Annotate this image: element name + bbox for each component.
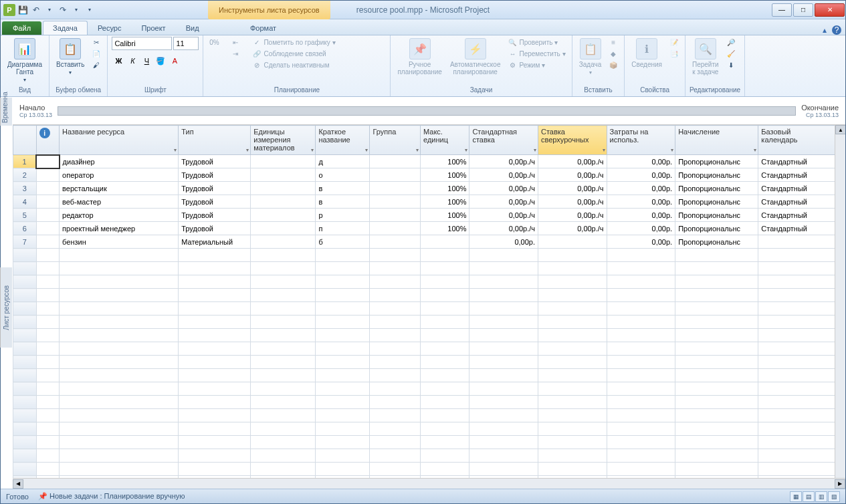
fill-button[interactable]: ⬇	[724, 59, 738, 70]
table-row[interactable]: 5редакторТрудовойр100%0,00р./ч0,00р./ч0,…	[13, 209, 845, 222]
cell-ovt_rate[interactable]: 0,00р./ч	[538, 168, 607, 182]
col-header-group[interactable]: Группа▾	[370, 126, 421, 155]
filter-icon[interactable]: ▾	[246, 147, 249, 153]
cell-calendar[interactable]: Стандартный	[758, 168, 845, 182]
view-gantt-button[interactable]: ▦	[790, 491, 802, 502]
table-row[interactable]: 1диазйнерТрудовойд100%0,00р./ч0,00р./ч0,…	[13, 155, 845, 168]
tab-format[interactable]: Формат	[240, 21, 286, 35]
format-painter-button[interactable]: 🖌	[90, 59, 103, 70]
cell-unit_meas[interactable]	[251, 182, 316, 195]
cell-info[interactable]	[36, 209, 60, 222]
row-number[interactable]: 5	[13, 209, 37, 222]
cell-max[interactable]: 100%	[421, 222, 469, 235]
cell-accrue[interactable]: Пропорциональнс	[675, 222, 758, 235]
tab-задача[interactable]: Задача	[43, 21, 88, 35]
filter-icon[interactable]: ▾	[465, 147, 467, 153]
gantt-chart-button[interactable]: 📊 Диаграмма Ганта ▾	[5, 37, 45, 84]
file-tab[interactable]: Файл	[2, 21, 41, 35]
vertical-scrollbar[interactable]: ▲	[835, 125, 845, 478]
pct-0-button[interactable]: 0%	[207, 37, 221, 47]
table-row-empty[interactable]	[13, 449, 845, 463]
col-header-max[interactable]: Макс. единиц▾	[421, 126, 469, 155]
cell-name[interactable]: диазйнер	[60, 155, 179, 168]
cell-unit_meas[interactable]	[251, 209, 316, 222]
cell-type[interactable]: Материальный	[179, 235, 251, 249]
row-number[interactable]: 2	[13, 168, 37, 182]
filter-icon[interactable]: ▾	[365, 147, 368, 153]
cell-info[interactable]	[36, 222, 60, 235]
timeline-track[interactable]	[58, 106, 796, 116]
cell-unit_meas[interactable]	[251, 195, 316, 209]
scroll-to-task-button[interactable]: 🔍 Перейти к задаче	[690, 37, 722, 77]
app-logo-icon[interactable]: P	[3, 4, 15, 16]
filter-icon[interactable]: ▾	[754, 147, 756, 153]
cell-max[interactable]: 100%	[421, 155, 469, 168]
cell-short[interactable]: в	[316, 195, 370, 209]
view-team-button[interactable]: ▥	[815, 491, 827, 502]
cell-type[interactable]: Трудовой	[179, 195, 251, 209]
cell-accrue[interactable]: Пропорциональнс	[675, 168, 758, 182]
maximize-button[interactable]: □	[793, 3, 813, 17]
cell-info[interactable]	[36, 235, 60, 249]
cell-ovt_rate[interactable]: 0,00р./ч	[538, 155, 607, 168]
cell-name[interactable]: редактор	[60, 209, 179, 222]
cell-info[interactable]	[36, 155, 60, 168]
table-row-empty[interactable]	[13, 302, 845, 316]
cell-accrue[interactable]: Пропорциональнс	[675, 195, 758, 209]
col-header-cost_use[interactable]: Затраты на использ.▾	[607, 126, 675, 155]
respect-links-button[interactable]: 🔗Соблюдение связей	[250, 48, 337, 59]
task-button[interactable]: 📋 Задача ▾	[576, 37, 605, 77]
table-row[interactable]: 2операторТрудовойо100%0,00р./ч0,00р./ч0,…	[13, 168, 845, 182]
tab-ресурс[interactable]: Ресурс	[88, 21, 131, 35]
cell-ovt_rate[interactable]: 0,00р./ч	[538, 182, 607, 195]
table-row-empty[interactable]	[13, 463, 845, 476]
row-number[interactable]: 1	[13, 155, 37, 168]
cell-accrue[interactable]: Пропорциональнс	[675, 155, 758, 168]
cell-group[interactable]	[370, 235, 421, 249]
cell-name[interactable]: проектный менеджер	[60, 222, 179, 235]
undo-dropdown-icon[interactable]: ▾	[43, 4, 56, 16]
minimize-ribbon-icon[interactable]: ▴	[820, 25, 829, 35]
table-row-empty[interactable]	[13, 409, 845, 422]
cell-info[interactable]	[36, 195, 60, 209]
summary-button[interactable]: ≡	[607, 37, 620, 47]
cell-cost_use[interactable]: 0,00р.	[607, 209, 675, 222]
cell-accrue[interactable]: Пропорциональнс	[675, 209, 758, 222]
table-row-empty[interactable]	[13, 369, 845, 382]
cell-std_rate[interactable]: 0,00р./ч	[469, 168, 538, 182]
font-name-combo[interactable]	[112, 37, 172, 50]
scroll-up-icon[interactable]: ▲	[835, 125, 845, 134]
table-row[interactable]: 3верстальщикТрудовойв100%0,00р./ч0,00р./…	[13, 182, 845, 195]
cell-short[interactable]: о	[316, 168, 370, 182]
col-header-type[interactable]: Тип▾	[179, 126, 251, 155]
cell-calendar[interactable]: Стандартный	[758, 182, 845, 195]
close-button[interactable]: ✕	[815, 3, 845, 17]
table-row-empty[interactable]	[13, 342, 845, 356]
cell-type[interactable]: Трудовой	[179, 209, 251, 222]
inspect-button[interactable]: 🔍Проверить ▾	[506, 37, 567, 47]
filter-icon[interactable]: ▾	[174, 147, 177, 153]
col-header-info[interactable]: i	[36, 126, 60, 155]
cell-type[interactable]: Трудовой	[179, 168, 251, 182]
cell-group[interactable]	[370, 168, 421, 182]
view-usage-button[interactable]: ▤	[803, 491, 815, 502]
mark-on-track-button[interactable]: ✓Пометить по графику ▾	[250, 37, 337, 47]
cell-name[interactable]: бензин	[60, 235, 179, 249]
table-row-empty[interactable]	[13, 249, 845, 262]
col-header-std_rate[interactable]: Стандартная ставка▾	[469, 126, 538, 155]
table-row-empty[interactable]	[13, 329, 845, 342]
table-row[interactable]: 4веб-мастерТрудовойв100%0,00р./ч0,00р./ч…	[13, 195, 845, 209]
cell-info[interactable]	[36, 182, 60, 195]
cell-calendar[interactable]: Стандартный	[758, 209, 845, 222]
cell-group[interactable]	[370, 209, 421, 222]
find-button[interactable]: 🔎	[724, 37, 738, 47]
indent-button[interactable]: ⇥	[229, 48, 242, 59]
table-row-empty[interactable]	[13, 289, 845, 302]
auto-schedule-button[interactable]: ⚡ Автоматическое планирование	[447, 37, 504, 77]
bold-button[interactable]: Ж	[112, 54, 125, 68]
cell-group[interactable]	[370, 182, 421, 195]
font-size-combo[interactable]	[173, 37, 199, 50]
cell-accrue[interactable]: Пропорциональнс	[675, 182, 758, 195]
cell-cost_use[interactable]: 0,00р.	[607, 235, 675, 249]
filter-icon[interactable]: ▾	[603, 147, 605, 153]
